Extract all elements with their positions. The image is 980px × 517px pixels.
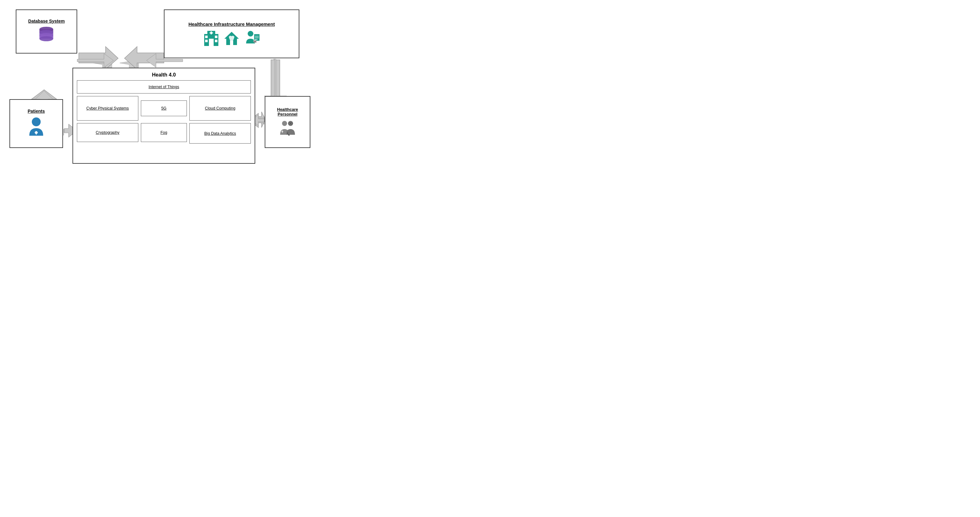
- svg-rect-45: [36, 131, 37, 133]
- diagram: Database System Healthcare Infrastructur…: [6, 6, 309, 170]
- personnel-box: Healthcare Personnel: [265, 96, 310, 148]
- svg-rect-33: [215, 36, 218, 38]
- personnel-icons: [279, 119, 296, 137]
- svg-point-53: [288, 135, 290, 136]
- iot-label: Internet of Things: [148, 85, 179, 89]
- health40-title: Health 4.0: [77, 72, 251, 78]
- database-icon: [38, 26, 55, 45]
- crypto-label: Cryptography: [96, 130, 119, 135]
- svg-rect-31: [210, 32, 212, 34]
- 5g-box: 5G: [141, 100, 187, 116]
- hospital-icon: [203, 29, 220, 47]
- svg-rect-34: [205, 40, 208, 42]
- him-box: Healthcare Infrastructure Management: [164, 10, 299, 58]
- fog-label: Fog: [161, 130, 167, 135]
- database-system-box: Database System: [16, 10, 77, 54]
- iot-box: Internet of Things: [77, 80, 251, 94]
- cloud-label: Cloud Computing: [205, 106, 235, 111]
- 5g-label: 5G: [161, 106, 167, 111]
- svg-marker-5: [120, 58, 138, 68]
- personnel-icon-1: [279, 119, 296, 137]
- svg-point-46: [282, 121, 287, 126]
- svg-rect-32: [205, 36, 208, 38]
- patient-icon: +: [27, 116, 46, 139]
- fog-box: Fog: [141, 123, 187, 142]
- bigdata-label: Big Data Analytics: [204, 131, 236, 136]
- database-title: Database System: [29, 19, 65, 24]
- crypto-box: Cryptography: [77, 123, 138, 142]
- svg-point-42: [32, 117, 41, 126]
- svg-rect-29: [209, 39, 214, 46]
- cps-box: Cyber Physical Systems: [77, 96, 138, 121]
- bigdata-box: Big Data Analytics: [189, 123, 251, 144]
- svg-point-36: [248, 31, 253, 36]
- patients-title: Patients: [28, 109, 45, 114]
- home-care-icon: [223, 29, 240, 47]
- management-icon: [243, 29, 261, 47]
- health40-box: Health 4.0 Internet of Things Cyber Phys…: [73, 68, 255, 164]
- patients-box: Patients +: [10, 99, 63, 148]
- svg-point-26: [40, 36, 53, 41]
- him-icons: [203, 29, 261, 47]
- personnel-title: Healthcare Personnel: [268, 107, 307, 116]
- cloud-box: Cloud Computing: [189, 96, 251, 121]
- him-title: Healthcare Infrastructure Management: [188, 21, 275, 27]
- svg-rect-35: [215, 40, 218, 42]
- svg-marker-4: [93, 58, 112, 68]
- cps-label: Cyber Physical Systems: [86, 106, 129, 111]
